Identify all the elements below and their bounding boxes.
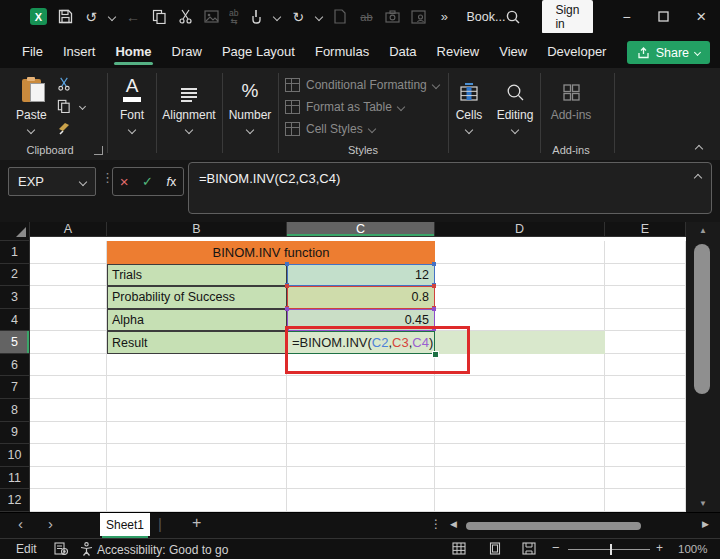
share-button[interactable]: Share [627, 41, 710, 64]
horizontal-scrollbar[interactable] [460, 522, 698, 531]
range-handle[interactable] [432, 262, 436, 266]
cell-E6[interactable] [605, 354, 686, 377]
cell-C10[interactable] [287, 444, 435, 467]
column-header-E[interactable]: E [605, 222, 686, 237]
next-sheet-icon[interactable]: › [48, 515, 53, 532]
collapse-ribbon-icon[interactable] [695, 145, 703, 153]
sign-in-button[interactable]: Sign in [542, 0, 593, 34]
cancel-icon[interactable]: × [120, 173, 129, 190]
zoom-out-icon[interactable]: − [552, 540, 560, 555]
column-header-D[interactable]: D [435, 222, 605, 237]
range-handle[interactable] [285, 262, 289, 266]
cell-B7[interactable] [107, 376, 287, 399]
hscroll-left-icon[interactable]: ◀ [450, 519, 457, 529]
row-header-5[interactable]: 5 [0, 331, 30, 354]
range-handle[interactable] [285, 284, 289, 288]
alignment-menu-button[interactable]: Alignment [158, 76, 220, 133]
cell-A7[interactable] [30, 376, 107, 399]
cell-A9[interactable] [30, 422, 107, 445]
range-handle[interactable] [285, 307, 289, 311]
page-break-preview-icon[interactable] [522, 542, 536, 555]
cell-E8[interactable] [605, 399, 686, 422]
cell-A10[interactable] [30, 444, 107, 467]
insert-function-icon[interactable]: fx [167, 175, 177, 189]
cell-C11[interactable] [287, 467, 435, 490]
undo-dropdown-icon[interactable] [108, 12, 116, 20]
row-header-12[interactable]: 12 [0, 489, 30, 512]
ribbon-tab-developer[interactable]: Developer [537, 34, 616, 68]
cell-B2[interactable]: Trials [107, 264, 287, 287]
cell-E12[interactable] [605, 489, 686, 512]
styles-item-format-as-table[interactable]: Format as Table [285, 100, 404, 114]
number-menu-button[interactable]: % Number [224, 76, 276, 133]
cell-A6[interactable] [30, 354, 107, 377]
clipboard-dialog-launcher-icon[interactable] [94, 146, 103, 155]
go-back-icon[interactable]: ← [125, 8, 141, 25]
close-button[interactable]: × [695, 7, 708, 27]
prev-sheet-icon[interactable]: ‹ [18, 515, 23, 532]
row-header-10[interactable]: 10 [0, 444, 30, 467]
enter-icon[interactable]: ✓ [142, 174, 153, 189]
ribbon-tab-file[interactable]: File [12, 34, 53, 68]
undo-icon[interactable]: ↺ [83, 8, 99, 25]
ribbon-tab-review[interactable]: Review [427, 34, 490, 68]
cell-D8[interactable] [435, 399, 605, 422]
paste-button[interactable]: Paste [16, 76, 47, 133]
cell-B9[interactable] [107, 422, 287, 445]
cell-E10[interactable] [605, 444, 686, 467]
cell-D7[interactable] [435, 376, 605, 399]
cell-D2[interactable] [435, 264, 605, 287]
cell-E1[interactable] [605, 241, 686, 264]
zoom-slider[interactable] [568, 549, 650, 550]
row-header-9[interactable]: 9 [0, 422, 30, 445]
ribbon-tab-view[interactable]: View [489, 34, 537, 68]
cell-A11[interactable] [30, 467, 107, 490]
cell-C12[interactable] [287, 489, 435, 512]
styles-item-conditional-formatting[interactable]: Conditional Formatting [285, 78, 439, 92]
ribbon-tab-draw[interactable]: Draw [162, 34, 212, 68]
cell-A1[interactable] [30, 241, 107, 264]
font-menu-button[interactable]: A Font [112, 76, 152, 133]
search-icon[interactable] [505, 8, 521, 25]
touch-mode-dropdown-icon[interactable] [273, 12, 281, 20]
cell-D12[interactable] [435, 489, 605, 512]
row-header-6[interactable]: 6 [0, 354, 30, 377]
copy-dropdown-icon[interactable] [79, 103, 86, 110]
cells-menu-button[interactable]: Cells [450, 76, 488, 133]
zoom-in-icon[interactable]: + [656, 541, 663, 555]
cell-E7[interactable] [605, 376, 686, 399]
ribbon-tab-page-layout[interactable]: Page Layout [212, 34, 305, 68]
cell-B3[interactable]: Probability of Success [107, 286, 287, 309]
formula-bar-collapse-icon[interactable] [694, 174, 702, 182]
cell-B10[interactable] [107, 444, 287, 467]
row-header-8[interactable]: 8 [0, 399, 30, 422]
cell-B12[interactable] [107, 489, 287, 512]
name-box-dropdown-icon[interactable] [79, 177, 87, 185]
copy-icon[interactable] [151, 8, 167, 25]
editing-menu-button[interactable]: Editing [492, 76, 538, 133]
cell-A2[interactable] [30, 264, 107, 287]
select-all-corner[interactable] [0, 222, 30, 241]
cell-B5[interactable]: Result [107, 331, 287, 354]
hscroll-right-icon[interactable]: ▶ [702, 519, 709, 529]
maximize-button[interactable] [657, 11, 670, 22]
cell-C8[interactable] [287, 399, 435, 422]
accessibility-icon[interactable] [80, 542, 93, 556]
row-header-2[interactable]: 2 [0, 264, 30, 287]
cell-A3[interactable] [30, 286, 107, 309]
row-header-4[interactable]: 4 [0, 309, 30, 332]
add-sheet-icon[interactable]: + [192, 514, 201, 532]
cut-button-icon[interactable] [57, 77, 71, 91]
strikethrough-icon[interactable]: ab [358, 8, 374, 25]
cell-D10[interactable] [435, 444, 605, 467]
minimize-button[interactable]: − [620, 9, 633, 25]
camera-icon[interactable] [384, 8, 400, 25]
cell-E2[interactable] [605, 264, 686, 287]
tab-options-icon[interactable]: ⋮ [430, 517, 442, 531]
cell-A8[interactable] [30, 399, 107, 422]
vertical-scroll-thumb[interactable] [694, 244, 710, 394]
ribbon-tab-home[interactable]: Home [105, 34, 161, 68]
ribbon-tab-insert[interactable]: Insert [53, 34, 106, 68]
cell-C7[interactable] [287, 376, 435, 399]
horizontal-scroll-thumb[interactable] [466, 522, 641, 530]
